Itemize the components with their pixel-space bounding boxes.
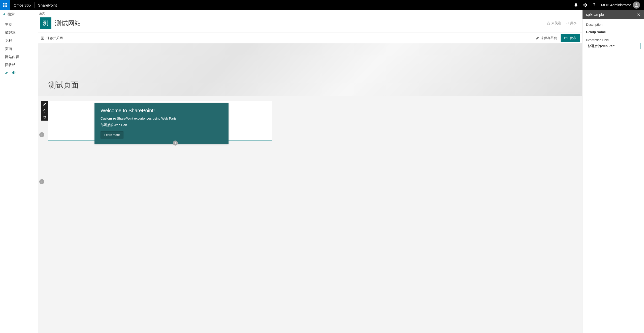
webpart-toolbar — [41, 101, 48, 121]
webpart-edit-button[interactable] — [41, 101, 48, 107]
hero-banner[interactable]: 测试页面 — [38, 43, 582, 96]
move-icon — [43, 109, 46, 113]
nav-pages[interactable]: 页面 — [0, 45, 38, 53]
left-nav: 主页 笔记本 文档 页面 网站内容 回收站 Edit — [0, 10, 38, 333]
share-label: 共享 — [570, 21, 577, 25]
svg-rect-3 — [565, 37, 567, 39]
bell-icon — [574, 3, 578, 7]
svg-point-0 — [636, 3, 637, 5]
site-title: 测试网站 — [55, 19, 81, 28]
nav-notebook[interactable]: 笔记本 — [0, 29, 38, 37]
waffle-icon — [3, 3, 7, 7]
nav-edit-label: Edit — [10, 71, 16, 75]
global-topbar: Office 365 SharePoint MOD Administrator — [0, 0, 644, 10]
search-input[interactable] — [8, 12, 36, 16]
main-content: 主页 测 测试网站 未关注 共享 — [38, 10, 582, 333]
webpart-heading: Welcome to SharePoint! — [101, 108, 222, 114]
question-icon — [592, 3, 596, 7]
breadcrumb[interactable]: 主页 — [39, 10, 582, 16]
pane-body: Description Group Name Description Field — [583, 19, 644, 53]
share-icon — [566, 21, 569, 25]
site-header: 测 测试网站 未关注 共享 — [39, 16, 582, 33]
trash-icon — [43, 116, 46, 119]
draft-label: 未保存草稿 — [541, 36, 557, 40]
sharepoint-label[interactable]: SharePoint — [35, 0, 60, 10]
avatar — [633, 2, 640, 9]
pane-header: spfxsample — [583, 10, 644, 19]
publish-icon — [564, 36, 568, 40]
description-field-input[interactable] — [586, 43, 640, 49]
share-button[interactable]: 共享 — [566, 21, 577, 25]
settings-button[interactable] — [581, 0, 589, 10]
user-menu[interactable]: MOD Administrator — [599, 2, 642, 9]
site-actions: 未关注 共享 — [547, 21, 582, 25]
gear-icon — [583, 3, 587, 7]
pencil-icon — [43, 102, 46, 106]
pencil-icon — [5, 71, 8, 74]
add-webpart-button[interactable]: + — [173, 141, 178, 146]
nav-site-contents[interactable]: 网站内容 — [0, 53, 38, 61]
save-icon — [41, 36, 44, 40]
help-button[interactable] — [590, 0, 598, 10]
publish-button[interactable]: 发布 — [561, 34, 580, 42]
office-label[interactable]: Office 365 — [10, 0, 34, 10]
webpart-card: Welcome to SharePoint! Customize SharePo… — [94, 103, 229, 144]
publish-label: 发布 — [570, 36, 576, 40]
topbar-left: Office 365 SharePoint — [0, 0, 60, 10]
notifications-button[interactable] — [572, 0, 580, 10]
learn-more-button[interactable]: Learn more — [101, 131, 123, 138]
nav-home[interactable]: 主页 — [0, 21, 38, 29]
save-close-button[interactable]: 保存并关闭 — [41, 36, 63, 40]
pane-description-label: Description — [586, 23, 640, 26]
nav-edit[interactable]: Edit — [0, 69, 38, 77]
page-canvas: 测试页面 + — [38, 43, 582, 143]
pane-title: spfxsample — [586, 13, 604, 17]
topbar-right: MOD Administrator — [572, 0, 644, 10]
search-icon — [3, 12, 6, 16]
follow-button[interactable]: 未关注 — [547, 21, 561, 25]
save-close-label: 保存并关闭 — [46, 36, 63, 40]
site-logo: 测 — [40, 17, 51, 29]
property-pane: spfxsample Description Group Name Descri… — [582, 10, 644, 333]
page-title: 测试页面 — [48, 80, 79, 90]
section-divider: + — [39, 143, 311, 143]
svg-point-1 — [3, 13, 5, 15]
pane-group-label: Group Name — [586, 30, 640, 34]
pencil-icon — [536, 36, 539, 40]
svg-line-2 — [4, 14, 5, 15]
add-section-button-top[interactable]: + — [39, 132, 44, 137]
add-section-button-bottom[interactable]: + — [39, 179, 44, 184]
star-icon — [547, 21, 550, 25]
app-launcher-button[interactable] — [0, 0, 10, 10]
draft-status: 未保存草稿 — [536, 36, 557, 40]
search-box[interactable] — [0, 10, 38, 18]
nav-documents[interactable]: 文档 — [0, 37, 38, 45]
webpart-selected-frame[interactable]: Welcome to SharePoint! Customize SharePo… — [48, 101, 272, 141]
follow-label: 未关注 — [551, 21, 561, 25]
close-icon — [637, 13, 640, 16]
pane-field-label: Description Field — [586, 38, 640, 42]
nav-recycle-bin[interactable]: 回收站 — [0, 61, 38, 69]
pane-close-button[interactable] — [637, 13, 640, 16]
webpart-subtitle: Customize SharePoint experiences using W… — [101, 117, 222, 120]
person-icon — [634, 3, 639, 7]
command-bar: 保存并关闭 未保存草稿 发布 — [38, 33, 582, 43]
webpart-description: 部署后的Web Part — [101, 123, 222, 127]
webpart-zone: Welcome to SharePoint! Customize SharePo… — [48, 101, 315, 141]
webpart-delete-button[interactable] — [41, 114, 48, 121]
user-name: MOD Administrator — [601, 3, 631, 7]
webpart-move-button[interactable] — [41, 107, 48, 114]
